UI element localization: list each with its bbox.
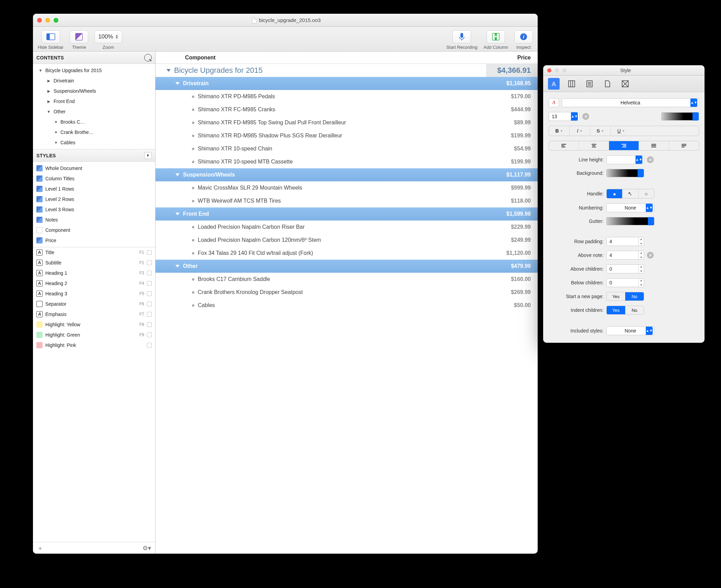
- zoom-icon[interactable]: [54, 18, 58, 23]
- align-right-button[interactable]: [609, 141, 639, 150]
- above-children-stepper[interactable]: 0▲▼: [606, 264, 644, 273]
- start-recording-button[interactable]: [453, 30, 471, 43]
- named-style-item[interactable]: Highlight: GreenF9: [33, 330, 155, 340]
- close-icon[interactable]: [37, 18, 42, 23]
- style-item[interactable]: Whole Document: [33, 163, 155, 173]
- chevron-right-icon[interactable]: ▶: [47, 89, 51, 93]
- outline-row[interactable]: Loaded Precision Napalm Carbon 120mm/6º …: [156, 234, 538, 247]
- named-style-item[interactable]: AHeading 3F5: [33, 289, 155, 299]
- tab-document[interactable]: [584, 78, 595, 90]
- hide-sidebar-button[interactable]: [42, 30, 60, 43]
- tab-blank-doc[interactable]: [602, 78, 613, 90]
- sidebar-content-item[interactable]: ▼Other: [33, 106, 155, 117]
- minimize-icon[interactable]: [45, 18, 50, 23]
- outline-row[interactable]: Shimano XTR FD-M985 Top Swing Dual Pull …: [156, 116, 538, 129]
- add-column-button[interactable]: +: [487, 30, 505, 43]
- font-panel-button[interactable]: A: [549, 98, 559, 107]
- italic-button[interactable]: I▼: [570, 126, 590, 136]
- indent-children-toggle[interactable]: Yes No: [606, 306, 644, 315]
- align-natural-button[interactable]: [669, 141, 699, 150]
- named-style-item[interactable]: ATitleF1: [33, 247, 155, 258]
- outline-row[interactable]: Bicycle Upgrades for 2015$4,366.91: [156, 64, 538, 77]
- underline-button[interactable]: U▼: [611, 126, 631, 136]
- chevron-right-icon[interactable]: ▶: [47, 79, 51, 83]
- column-component[interactable]: Component: [156, 55, 486, 61]
- named-style-item[interactable]: AHeading 1F3: [33, 268, 155, 278]
- row-padding-stepper[interactable]: 4▲▼: [606, 237, 644, 246]
- outline-row[interactable]: Mavic CrossMax SLR 29 Mountain Wheels$99…: [156, 181, 538, 194]
- indent-children-no[interactable]: No: [625, 306, 644, 314]
- clear-above-note-button[interactable]: ✕: [647, 252, 654, 259]
- theme-button[interactable]: [70, 30, 88, 43]
- outline-row[interactable]: Loaded Precision Napalm Carbon Riser Bar…: [156, 220, 538, 234]
- outline-row[interactable]: Shimano XTR PD-M985 Pedals$179.00: [156, 90, 538, 103]
- sidebar-content-item[interactable]: ▶Front End: [33, 96, 155, 106]
- outline-row[interactable]: Suspension/Wheels$1,117.99: [156, 168, 538, 181]
- outline-row[interactable]: Shimano XTR 10-speed MTB Cassette$199.99: [156, 155, 538, 168]
- below-children-stepper[interactable]: 0▲▼: [606, 278, 644, 287]
- handle-arrow-button[interactable]: ↖︎: [622, 189, 638, 198]
- zoom-select[interactable]: 100% ▲▼: [94, 30, 122, 43]
- style-item[interactable]: Level 2 Rows: [33, 194, 155, 204]
- style-checkbox[interactable]: [147, 322, 152, 327]
- sidebar-content-item[interactable]: ▼Bicycle Upgrades for 2015: [33, 65, 155, 76]
- sidebar-content-item[interactable]: Crank Brothe…: [33, 127, 155, 137]
- tab-columns[interactable]: [566, 78, 577, 90]
- sidebar-content-item[interactable]: Brooks C…: [33, 117, 155, 127]
- named-style-item[interactable]: AHeading 2F4: [33, 278, 155, 289]
- style-checkbox[interactable]: [147, 260, 152, 265]
- chevron-right-icon[interactable]: ▶: [47, 99, 51, 103]
- named-style-item[interactable]: ASubtitleF2: [33, 258, 155, 268]
- start-new-page-yes[interactable]: Yes: [607, 292, 625, 301]
- chevron-down-icon[interactable]: ▼: [47, 110, 51, 114]
- add-style-button[interactable]: ＋: [37, 544, 43, 552]
- column-price[interactable]: Price: [486, 55, 538, 61]
- background-color-well[interactable]: [606, 169, 644, 177]
- sidebar-content-item[interactable]: ▶Drivetrain: [33, 76, 155, 86]
- align-left-button[interactable]: [549, 141, 579, 150]
- gutter-color-well[interactable]: [606, 217, 654, 225]
- style-checkbox[interactable]: [147, 271, 152, 275]
- chevron-down-icon[interactable]: ▼: [38, 68, 43, 72]
- style-checkbox[interactable]: [147, 250, 152, 255]
- strike-button[interactable]: S▼: [590, 126, 611, 136]
- numbering-select[interactable]: None ▲▼: [606, 203, 654, 212]
- named-style-item[interactable]: Highlight: YellowF8: [33, 319, 155, 330]
- handle-dot-button[interactable]: ●: [607, 189, 622, 198]
- line-height-select[interactable]: ▲▼: [606, 155, 644, 164]
- gear-icon[interactable]: ⚙︎▾: [142, 544, 151, 552]
- outline-row[interactable]: Cables$50.00: [156, 299, 538, 312]
- chevron-down-icon[interactable]: [175, 173, 180, 176]
- named-style-item[interactable]: AEmphasisF7: [33, 309, 155, 319]
- style-checkbox[interactable]: [147, 291, 152, 296]
- outline-row[interactable]: Other$479.99: [156, 260, 538, 273]
- style-checkbox[interactable]: [147, 312, 152, 317]
- text-color-well[interactable]: [661, 112, 699, 121]
- outline-row[interactable]: Brooks C17 Cambium Saddle$160.00: [156, 273, 538, 286]
- chevron-down-icon[interactable]: [175, 213, 180, 215]
- sidebar-content-item[interactable]: Cables: [33, 137, 155, 148]
- indent-children-yes[interactable]: Yes: [607, 306, 625, 314]
- style-checkbox[interactable]: [147, 281, 152, 286]
- outline-row[interactable]: Crank Brothers Kronolog Dropper Seatpost…: [156, 286, 538, 299]
- align-justify-button[interactable]: [639, 141, 669, 150]
- style-item[interactable]: Column Titles: [33, 173, 155, 184]
- outline-row[interactable]: Shimano XTR RD-M985 Shadow Plus SGS Rear…: [156, 129, 538, 142]
- tab-style[interactable]: A: [548, 78, 560, 90]
- style-checkbox[interactable]: [147, 343, 152, 348]
- style-checkbox[interactable]: [147, 332, 152, 337]
- style-item[interactable]: Notes: [33, 215, 155, 225]
- above-note-stepper[interactable]: 4▲▼: [606, 251, 644, 260]
- handle-circle-button[interactable]: ○: [639, 189, 654, 198]
- clear-size-button[interactable]: ✕: [582, 113, 589, 120]
- style-checkbox[interactable]: [147, 302, 152, 306]
- inspect-button[interactable]: i: [514, 30, 533, 43]
- outline-row[interactable]: Shimano XTR FC-M985 Cranks$444.99: [156, 103, 538, 116]
- outline-row[interactable]: Fox 34 Talas 29 140 Fit Ctd w/trail adju…: [156, 247, 538, 260]
- chevron-down-icon[interactable]: [175, 265, 180, 268]
- named-style-item[interactable]: SeparatorF6: [33, 299, 155, 309]
- style-item[interactable]: Level 3 Rows: [33, 204, 155, 215]
- style-item[interactable]: Price: [33, 235, 155, 246]
- outline-row[interactable]: Front End$1,599.98: [156, 207, 538, 220]
- tab-layout[interactable]: [619, 78, 631, 90]
